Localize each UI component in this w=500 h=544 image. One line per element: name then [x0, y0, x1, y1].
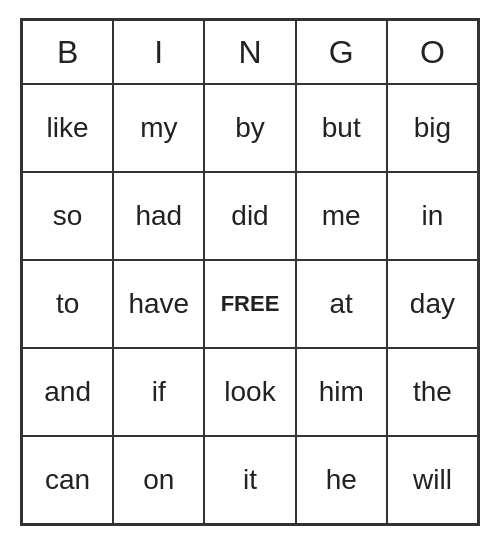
bingo-cell: so	[22, 172, 113, 260]
header-cell: G	[296, 20, 387, 84]
bingo-cell: to	[22, 260, 113, 348]
bingo-row: andiflookhimthe	[22, 348, 478, 436]
bingo-cell: on	[113, 436, 204, 524]
bingo-cell: had	[113, 172, 204, 260]
bingo-cell: FREE	[204, 260, 295, 348]
bingo-cell: it	[204, 436, 295, 524]
bingo-cell: my	[113, 84, 204, 172]
bingo-cell: and	[22, 348, 113, 436]
bingo-cell: will	[387, 436, 478, 524]
header-cell: B	[22, 20, 113, 84]
bingo-row: sohaddidmein	[22, 172, 478, 260]
bingo-cell: can	[22, 436, 113, 524]
bingo-cell: day	[387, 260, 478, 348]
bingo-card: BINGOlikemybybutbigsohaddidmeintohaveFRE…	[20, 18, 480, 526]
bingo-row: tohaveFREEatday	[22, 260, 478, 348]
bingo-cell: the	[387, 348, 478, 436]
header-cell: I	[113, 20, 204, 84]
bingo-cell: in	[387, 172, 478, 260]
bingo-cell: big	[387, 84, 478, 172]
bingo-row: canonithewill	[22, 436, 478, 524]
bingo-cell: but	[296, 84, 387, 172]
bingo-cell: like	[22, 84, 113, 172]
bingo-cell: look	[204, 348, 295, 436]
bingo-cell: did	[204, 172, 295, 260]
bingo-cell: have	[113, 260, 204, 348]
bingo-cell: if	[113, 348, 204, 436]
bingo-cell: at	[296, 260, 387, 348]
header-row: BINGO	[22, 20, 478, 84]
bingo-cell: him	[296, 348, 387, 436]
header-cell: N	[204, 20, 295, 84]
bingo-row: likemybybutbig	[22, 84, 478, 172]
header-cell: O	[387, 20, 478, 84]
bingo-cell: by	[204, 84, 295, 172]
bingo-cell: he	[296, 436, 387, 524]
bingo-cell: me	[296, 172, 387, 260]
